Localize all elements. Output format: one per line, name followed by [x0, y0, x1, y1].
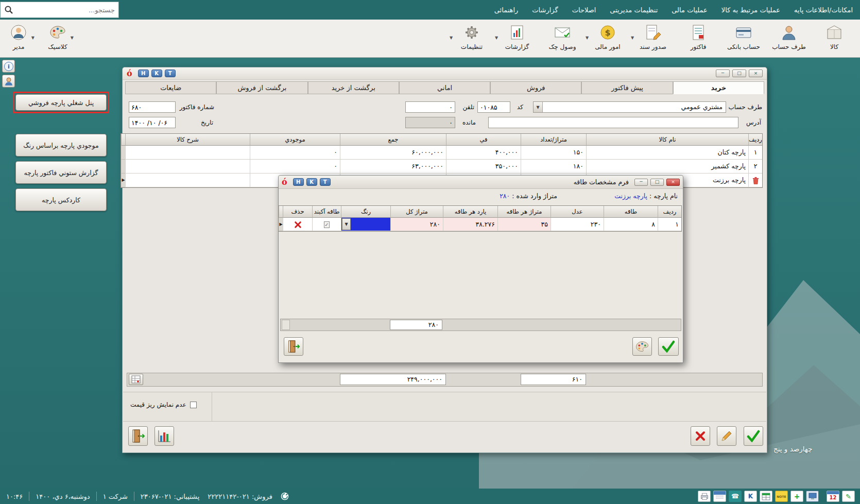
menu-item-admin-settings[interactable]: تنظیمات مدیریتی [610, 6, 658, 14]
toolbar-financial-affairs-button[interactable]: ▼ $ امور مالی [585, 21, 630, 56]
k-shortcut-button[interactable]: K [151, 69, 162, 77]
toolbar-settings-button[interactable]: ▼ تنظیمات [449, 21, 494, 56]
cell-total-meter[interactable]: ۲۸۰ [390, 218, 443, 231]
chevron-down-icon[interactable]: ▼ [495, 36, 498, 40]
taskbar-calendar-day-icon[interactable]: 12 [827, 491, 839, 502]
cell-total[interactable]: ۶۰,۰۰۰,۰۰۰ [340, 146, 446, 160]
toolbar-issue-document-button[interactable]: ▼ صدور سند [630, 21, 676, 56]
toolbar-account-party-button[interactable]: طرف حساب [766, 21, 812, 56]
close-button[interactable]: × [749, 69, 763, 77]
h-shortcut-button[interactable]: H [138, 69, 149, 77]
dialog-confirm-button[interactable] [658, 337, 679, 356]
grid-report-button[interactable] [129, 374, 143, 385]
cell-row-number[interactable]: ۱ [658, 218, 681, 231]
cell-item-name[interactable]: پارچه کشمير [586, 160, 748, 173]
cell-yard-per-bale[interactable]: ۳۸.۲۷۶ [443, 218, 497, 231]
cell-description[interactable] [125, 160, 250, 173]
taskbar-table-icon[interactable] [760, 491, 772, 502]
toolbar-cheque-collection-button[interactable]: وصول چک [540, 21, 585, 56]
taskbar-monitor-icon[interactable] [806, 491, 819, 502]
chevron-down-icon[interactable]: ▼ [450, 36, 453, 40]
menu-item-corrections[interactable]: اصلاحات [572, 6, 596, 14]
classic-view-button[interactable]: ▼ کلاسیک [42, 21, 73, 56]
taskbar-phone-icon[interactable]: ☎ [729, 491, 742, 502]
search-box[interactable] [0, 2, 119, 18]
chevron-down-icon[interactable]: ▼ [534, 102, 543, 112]
dialog-color-button[interactable] [632, 337, 652, 356]
taskbar-calendar-icon[interactable] [713, 491, 726, 502]
cell-unit-price[interactable]: ۴۰۰,۰۰۰ [446, 146, 521, 160]
manager-view-button[interactable]: ▼ مدیر [3, 21, 34, 56]
cell-description[interactable] [125, 173, 250, 187]
cell-description[interactable] [125, 146, 250, 160]
tab-wastage[interactable]: ضايعات [125, 81, 216, 94]
toolbar-invoice-button[interactable]: فاکتور [676, 21, 721, 56]
delete-row-button[interactable] [748, 173, 762, 187]
cell-row-number[interactable]: ۲ [748, 160, 762, 173]
taskbar-note-icon[interactable]: NOTE [775, 491, 788, 502]
info-button[interactable]: i [2, 60, 15, 73]
menu-item-goods-operations[interactable]: عملیات مرتبط به کالا [721, 6, 780, 14]
chevron-down-icon[interactable]: ▼ [631, 36, 634, 40]
tab-sale-return[interactable]: برگشت از فروش [216, 81, 307, 94]
taskbar-edit-note-icon[interactable]: ✎ [842, 491, 855, 502]
h-shortcut-button[interactable]: H [293, 178, 304, 186]
sealed-bale-cell[interactable]: ✓ [312, 218, 341, 231]
hide-price-checkbox[interactable] [190, 402, 197, 408]
dialog-maximize-button[interactable]: □ [650, 179, 664, 186]
k-shortcut-button[interactable]: K [306, 178, 317, 186]
invoice-number-field[interactable] [129, 101, 176, 113]
cell-row-selector[interactable] [121, 146, 125, 160]
chevron-down-icon[interactable]: ▼ [342, 218, 351, 230]
cell-meter-per-bale[interactable]: ۳۵ [497, 218, 551, 231]
cell-stock[interactable]: ۰ [250, 146, 340, 160]
tab-purchase[interactable]: خريد [673, 81, 764, 94]
cell-adl[interactable]: ۲۳۰ [551, 218, 604, 231]
chevron-down-icon[interactable]: ▼ [586, 36, 589, 40]
confirm-button[interactable] [744, 426, 763, 446]
minimize-button[interactable]: ─ [716, 69, 730, 77]
chevron-down-icon[interactable]: ▼ [71, 36, 74, 40]
tab-proforma[interactable]: پيش فاکتور [581, 81, 673, 94]
sealed-bale-checkbox[interactable]: ✓ [324, 221, 329, 228]
sidebar-fabric-panel-button[interactable]: پنل شغلي پارچه فروشي [15, 94, 107, 111]
user-button[interactable] [2, 75, 15, 88]
search-input[interactable] [16, 6, 115, 14]
phone-field[interactable] [405, 101, 455, 113]
t-shortcut-button[interactable]: T [320, 178, 331, 186]
menu-item-help[interactable]: راهنمائی [494, 6, 519, 14]
sidebar-column-report-button[interactable]: گزارش ستوني فاکتور پارچه [15, 161, 107, 184]
code-field[interactable] [477, 101, 510, 113]
menu-item-base-info[interactable]: امکانات/اطلاعات پایه [794, 6, 853, 14]
delete-row-button[interactable] [283, 218, 312, 231]
sidebar-fabric-kardex-button[interactable]: کاردکس پارچه [15, 188, 107, 211]
toolbar-bank-account-button[interactable]: حساب بانکی [721, 21, 766, 56]
address-field[interactable] [488, 117, 738, 128]
maximize-button[interactable]: □ [732, 69, 746, 77]
toolbar-reports-button[interactable]: ▼ گزارشات [494, 21, 540, 56]
menu-item-financial-operations[interactable]: عملیات مالی [672, 6, 708, 14]
cell-quantity[interactable]: ۱۸۰ [521, 160, 586, 173]
taskbar-k-icon[interactable]: K [744, 491, 757, 502]
chevron-down-icon[interactable]: ▼ [31, 36, 35, 40]
cell-unit-price[interactable]: ۳۵۰,۰۰۰ [446, 160, 521, 173]
cancel-button[interactable] [691, 426, 710, 446]
taskbar-printer-icon[interactable] [698, 491, 711, 502]
dialog-minimize-button[interactable]: ─ [634, 179, 648, 186]
cell-quantity[interactable]: ۱۵۰ [521, 146, 586, 160]
cell-stock[interactable]: ۰ [250, 160, 340, 173]
exit-button[interactable] [128, 426, 148, 446]
sidebar-stock-by-color-button[interactable]: موجودي پارچه براساس رنگ [15, 134, 107, 157]
tab-consignment[interactable]: اماني [399, 81, 490, 94]
taskbar-new-document-icon[interactable]: + [790, 491, 803, 502]
edit-button[interactable] [717, 426, 736, 446]
toolbar-goods-button[interactable]: کالا [812, 21, 857, 56]
tab-purchase-return[interactable]: برگشت از خريد [308, 81, 399, 94]
dialog-exit-button[interactable] [284, 337, 303, 356]
tab-sale[interactable]: فروش [490, 81, 581, 94]
cell-row-selector[interactable] [121, 160, 125, 173]
cell-total[interactable]: ۶۳,۰۰۰,۰۰۰ [340, 160, 446, 173]
account-party-combobox[interactable]: مشتري عمومي ▼ [533, 101, 726, 113]
hide-price-detail-option[interactable]: عدم نمايش ريز قيمت [130, 401, 197, 408]
date-field[interactable] [129, 117, 176, 128]
